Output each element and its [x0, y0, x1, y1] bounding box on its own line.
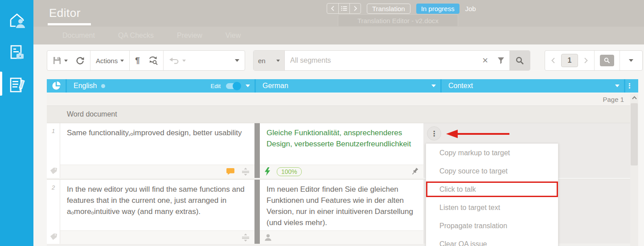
close-icon: ×	[482, 55, 488, 66]
tab-view[interactable]: View	[226, 32, 241, 40]
document-briefcase-icon	[8, 43, 26, 62]
context-column-header[interactable]: Context	[440, 79, 624, 93]
editor-content: Actions ¶	[33, 44, 644, 246]
menu-item-clear-qa[interactable]: Clear QA issue	[426, 235, 558, 246]
undo-button[interactable]	[169, 57, 186, 64]
target-cell-footer	[260, 230, 423, 244]
menu-item-listen-target[interactable]: Listen to target text	[426, 198, 558, 217]
chevron-up-icon	[632, 96, 637, 100]
document-tab[interactable]: Translation Editor - v2.docx	[338, 14, 458, 26]
scroll-up-button[interactable]	[630, 93, 638, 102]
save-icon	[53, 56, 62, 65]
sidebar-item-editor[interactable]	[0, 73, 33, 97]
page-indicator-row: Page 1	[47, 93, 630, 106]
page-navigation: 1	[545, 50, 643, 71]
refresh-button[interactable]	[76, 56, 85, 65]
pin-icon[interactable]	[411, 167, 419, 176]
source-cell-footer	[60, 165, 254, 178]
menu-item-copy-source[interactable]: Copy source to target	[426, 162, 558, 180]
edit-toggle-label: Edit	[211, 83, 221, 89]
target-cell[interactable]: Gleiche Funktionalität, ansprechenderes …	[260, 123, 423, 178]
status-badge[interactable]: In progress	[416, 4, 459, 14]
undo-icon	[169, 57, 180, 64]
save-caret-icon	[64, 60, 68, 62]
match-score-badge: 100%	[277, 167, 302, 176]
segment-number: 1	[52, 128, 55, 134]
undo-caret-icon	[182, 60, 186, 62]
split-segment-icon[interactable]	[241, 167, 250, 176]
previous-page-button[interactable]	[545, 57, 561, 64]
segment-menu-button[interactable]: ⋮	[427, 126, 441, 141]
target-text: Gleiche Funktionalität, ansprechenderes …	[260, 123, 423, 165]
target-cell[interactable]: Im neuen Editor finden Sie die gleichen …	[260, 180, 423, 244]
sidebar-item-home[interactable]	[0, 8, 33, 33]
translation-editor-app: Editor	[0, 0, 644, 246]
target-language-label: German	[263, 82, 288, 90]
actions-caret-icon	[120, 60, 124, 62]
save-button[interactable]	[53, 56, 68, 65]
filter-button[interactable]	[492, 56, 509, 65]
context-column-label: Context	[448, 82, 473, 90]
menu-item-propagate[interactable]: Propagate translation	[426, 217, 558, 235]
search-submit-button[interactable]	[509, 51, 530, 70]
source-column-caret-icon[interactable]	[246, 85, 250, 87]
chevron-left-icon	[331, 6, 335, 11]
comment-icon[interactable]	[226, 168, 235, 175]
find-replace-button[interactable]	[148, 56, 158, 65]
search-language-select[interactable]: en	[254, 51, 285, 70]
segment-search-bar: en ×	[253, 50, 530, 71]
active-indicator	[0, 72, 2, 96]
vertical-scrollbar[interactable]	[630, 93, 638, 246]
column-splitter-handle[interactable]	[254, 123, 260, 178]
search-icon	[604, 57, 610, 64]
tab-preview[interactable]: Preview	[177, 32, 202, 40]
tab-document[interactable]: Document	[62, 32, 95, 40]
search-in-page-button[interactable]	[600, 55, 614, 66]
page-indicator-label: Page 1	[603, 96, 624, 103]
menu-item-click-to-talk[interactable]: Click to talk	[426, 181, 558, 197]
source-cell[interactable]: Same functionality,ₒimproved design, bet…	[60, 123, 254, 178]
table-options-button[interactable]: ⋮	[624, 79, 634, 93]
language-caret-icon	[276, 60, 280, 62]
source-status-dot	[101, 84, 105, 88]
clear-search-button[interactable]: ×	[478, 55, 492, 66]
search-input[interactable]	[285, 56, 478, 65]
column-splitter-handle[interactable]	[254, 180, 260, 244]
source-column-header[interactable]: English Edit	[66, 79, 254, 93]
section-title: Word document	[67, 110, 117, 118]
tag-icon	[49, 233, 57, 241]
document-edit-icon	[8, 76, 26, 94]
current-page-button[interactable]: 1	[561, 54, 578, 67]
edit-toggle[interactable]	[226, 83, 240, 89]
actions-label: Actions	[96, 57, 118, 65]
sidebar-item-projects[interactable]	[0, 40, 33, 65]
target-column-header[interactable]: German	[254, 79, 440, 93]
next-job-button[interactable]	[349, 4, 361, 13]
segment-table-header: English Edit German Context ⋮	[47, 79, 638, 93]
filter-funnel-icon	[497, 56, 505, 65]
tab-qa-checks[interactable]: QA Checks	[118, 32, 154, 40]
search-icon	[516, 56, 524, 65]
segment-number-cell: 1	[47, 123, 60, 178]
active-title-underline	[48, 23, 91, 25]
split-segment-icon[interactable]	[241, 233, 250, 242]
statistics-button[interactable]	[47, 79, 66, 93]
search-language-value: en	[258, 57, 266, 65]
scrollbar-thumb[interactable]	[631, 103, 638, 165]
workflow-step-badge[interactable]: Translation	[367, 4, 410, 14]
actions-dropdown-button[interactable]: Actions	[96, 57, 124, 65]
source-text: Same functionality,ₒimproved design, bet…	[60, 123, 254, 165]
target-column-caret-icon[interactable]	[431, 85, 436, 87]
source-text: In the new editor you will find the same…	[60, 180, 254, 230]
job-nav-group	[327, 3, 361, 14]
previous-job-button[interactable]	[327, 4, 338, 13]
section-header-row: Word document	[47, 106, 630, 123]
source-cell[interactable]: In the new editor you will find the same…	[60, 180, 254, 244]
menu-item-copy-markup[interactable]: Copy markup to target	[426, 144, 558, 162]
job-list-button[interactable]	[338, 4, 349, 13]
next-page-button[interactable]	[578, 57, 594, 64]
topbar: Editor	[33, 0, 644, 27]
show-whitespace-button[interactable]: ¶	[135, 56, 140, 65]
more-tools-dropdown[interactable]	[235, 59, 239, 62]
context-column-caret-icon[interactable]	[615, 85, 619, 87]
